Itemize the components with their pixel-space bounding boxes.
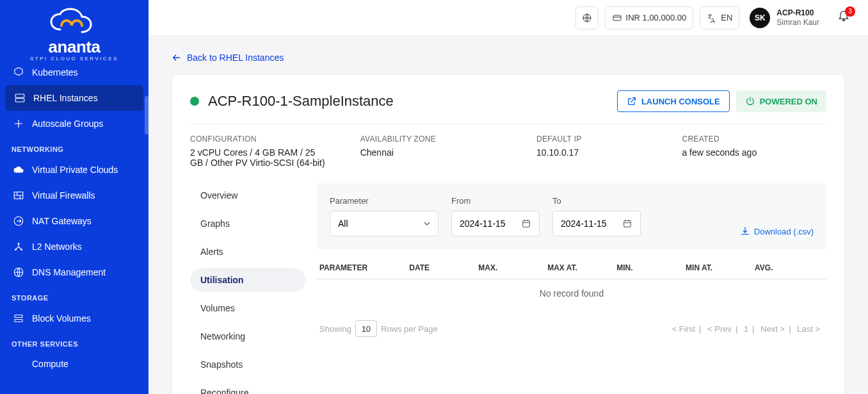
cloud-icon — [13, 164, 24, 176]
th-max: MAX. — [478, 263, 547, 272]
utilisation-panel: Parameter All From 2024-11-15 — [317, 183, 826, 394]
sidebar-item-label: RHEL Instances — [33, 93, 98, 103]
to-date-input[interactable]: 2024-11-15 — [552, 211, 641, 236]
balance-chip[interactable]: INR 1,00,000.00 — [605, 6, 694, 29]
brand-name: ananta — [0, 37, 149, 57]
power-status-label: POWERED ON — [760, 97, 817, 106]
globe-icon — [582, 13, 592, 23]
avatar: SK — [750, 8, 770, 28]
back-link[interactable]: Back to RHEL Instances — [172, 53, 845, 63]
th-avg: AVG. — [755, 263, 824, 272]
vertical-tabs: Overview Graphs Alerts Utilisation Volum… — [190, 183, 305, 394]
tab-networking[interactable]: Networking — [190, 324, 305, 349]
download-label: Download (.csv) — [754, 227, 814, 236]
user-text: ACP-R100 Simran Kaur — [776, 8, 819, 27]
parameter-value: All — [338, 218, 348, 229]
pager-left: Showing Rows per Page — [319, 320, 438, 337]
back-link-label: Back to RHEL Instances — [187, 53, 284, 63]
instance-card: ACP-R100-1-SampleInstance LAUNCH CONSOLE… — [172, 74, 845, 394]
content: Back to RHEL Instances ACP-R100-1-Sample… — [149, 36, 868, 394]
filter-to: To 2024-11-15 — [552, 196, 641, 236]
parameter-select[interactable]: All — [330, 211, 438, 236]
rpp-label: Rows per Page — [381, 324, 438, 334]
sidebar-item-label: Compute — [32, 359, 68, 369]
pager-right: < First| < Prev| 1| Next >| Last > — [668, 324, 824, 334]
sidebar-item-label: NAT Gateways — [32, 216, 92, 226]
meta-value: Chennai — [360, 147, 506, 158]
user-menu[interactable]: SK ACP-R100 Simran Kaur — [746, 8, 823, 28]
svg-rect-1 — [15, 99, 24, 102]
status-dot-icon — [190, 97, 199, 106]
sidebar-item-rhel-instances[interactable]: RHEL Instances — [5, 85, 143, 111]
sidebar-item-compute[interactable]: Compute — [0, 352, 149, 376]
sidebar-section-storage: STORAGE — [0, 285, 149, 306]
sidebar-item-autoscale-groups[interactable]: Autoscale Groups — [0, 111, 149, 136]
sidebar-item-firewalls[interactable]: Virtual Firewalls — [0, 183, 149, 208]
notifications-button[interactable]: 3 — [837, 10, 850, 26]
header-actions: LAUNCH CONSOLE POWERED ON — [617, 90, 826, 112]
th-date: DATE — [409, 263, 478, 272]
globe-button[interactable] — [575, 6, 599, 29]
tab-volumes[interactable]: Volumes — [190, 296, 305, 320]
launch-console-label: LAUNCH CONSOLE — [641, 97, 720, 106]
sidebar-item-kubernetes[interactable]: Kubernetes — [0, 64, 149, 85]
svg-rect-13 — [523, 220, 530, 227]
svg-point-2 — [18, 123, 20, 125]
sidebar-item-vpc[interactable]: Virtual Private Clouds — [0, 157, 149, 183]
sidebar-item-nat[interactable]: NAT Gateways — [0, 208, 149, 234]
brand-logo: ananta STPI CLOUD SERVICES — [0, 0, 149, 64]
from-date-value: 2024-11-15 — [460, 218, 506, 229]
tab-overview[interactable]: Overview — [190, 183, 305, 208]
external-link-icon — [627, 96, 637, 106]
meta-label: AVAILABILITY ZONE — [360, 135, 506, 144]
tab-alerts[interactable]: Alerts — [190, 240, 305, 264]
empty-message: No record found — [317, 279, 826, 305]
filter-bar: Parameter All From 2024-11-15 — [317, 183, 826, 249]
nat-icon — [13, 215, 24, 227]
power-status-button[interactable]: POWERED ON — [736, 90, 826, 112]
svg-rect-9 — [15, 315, 22, 318]
server-icon — [14, 92, 26, 104]
sidebar-item-label: Virtual Firewalls — [32, 190, 95, 201]
main: INR 1,00,000.00 EN SK ACP-R100 Simran Ka… — [149, 0, 868, 394]
pager-first[interactable]: < First — [668, 324, 699, 334]
download-icon — [740, 226, 750, 236]
meta-created: CREATED a few seconds ago — [682, 135, 826, 168]
instance-title: ACP-R100-1-SampleInstance — [208, 93, 394, 110]
meta-az: AVAILABILITY ZONE Chennai — [360, 135, 506, 168]
launch-console-button[interactable]: LAUNCH CONSOLE — [617, 90, 730, 112]
calendar-icon — [521, 218, 531, 229]
tab-graphs[interactable]: Graphs — [190, 211, 305, 236]
pager-prev[interactable]: < Prev — [703, 324, 735, 334]
tab-reconfigure[interactable]: Reconfigure — [190, 381, 305, 394]
sidebar-item-label: Autoscale Groups — [32, 119, 103, 129]
tab-utilisation[interactable]: Utilisation — [190, 268, 305, 292]
pager-last[interactable]: Last > — [793, 324, 824, 334]
sidebar-resize-handle[interactable] — [145, 96, 149, 135]
chevron-down-icon — [424, 220, 430, 227]
rows-per-page-input[interactable] — [355, 320, 377, 337]
th-min: MIN. — [616, 263, 686, 272]
th-minat: MIN AT. — [686, 263, 755, 272]
tab-snapshots[interactable]: Snapshots — [190, 352, 305, 377]
meta-ip: DEFAULT IP 10.10.0.17 — [536, 135, 651, 168]
network-icon — [13, 241, 24, 252]
language-chip[interactable]: EN — [700, 6, 739, 29]
from-date-input[interactable]: 2024-11-15 — [451, 211, 540, 236]
sidebar-item-block-volumes[interactable]: Block Volumes — [0, 306, 149, 331]
language-value: EN — [721, 13, 732, 22]
filter-label: From — [451, 196, 540, 206]
sidebar-item-dns[interactable]: DNS Management — [0, 259, 149, 285]
title-group: ACP-R100-1-SampleInstance — [190, 93, 394, 110]
translate-icon — [707, 13, 717, 23]
meta-configuration: CONFIGURATION 2 vCPU Cores / 4 GB RAM / … — [190, 135, 330, 168]
topbar: INR 1,00,000.00 EN SK ACP-R100 Simran Ka… — [149, 0, 868, 36]
sidebar-item-label: Virtual Private Clouds — [32, 165, 118, 175]
kubernetes-icon — [13, 67, 24, 78]
pagination: Showing Rows per Page < First| < Prev| 1… — [317, 305, 826, 337]
sidebar-item-l2[interactable]: L2 Networks — [0, 234, 149, 259]
table-header: PARAMETER DATE MAX. MAX AT. MIN. MIN AT.… — [317, 249, 826, 279]
pager-next[interactable]: Next > — [757, 324, 789, 334]
download-csv-button[interactable]: Download (.csv) — [740, 226, 814, 236]
meta-label: CREATED — [682, 135, 826, 144]
